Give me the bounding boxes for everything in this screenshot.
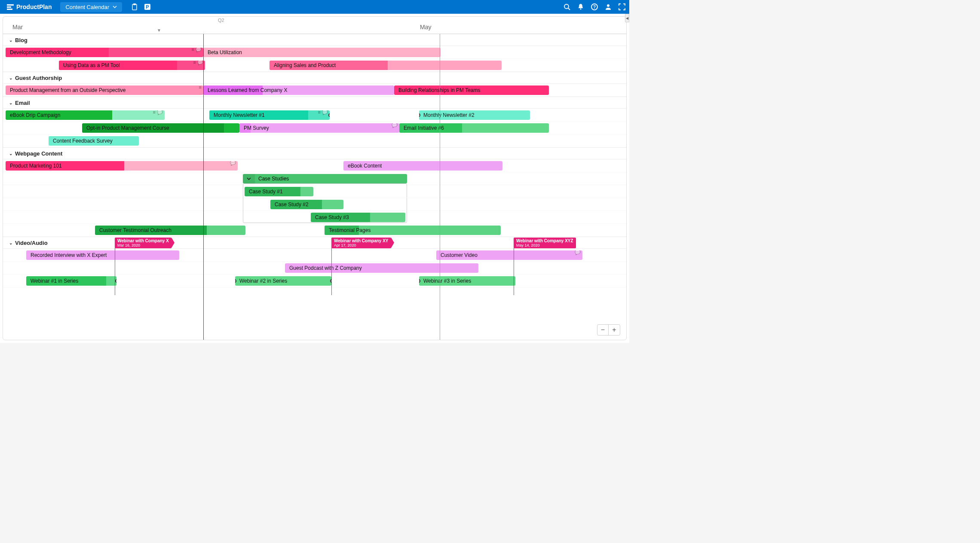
svg-line-8 xyxy=(568,8,570,10)
lane-row: Development Methodology≡ 💬Beta Utilizati… xyxy=(3,46,626,59)
toolbar-right: ? xyxy=(563,3,626,11)
sub-milestone[interactable]: Webinar with Company XMar 16, 2020 xyxy=(115,238,172,248)
link-dot-icon[interactable] xyxy=(419,113,420,117)
svg-text:P: P xyxy=(146,4,149,9)
bar-align-sales[interactable]: Aligning Sales and Product xyxy=(270,61,502,70)
bar-indicator-icons: ≡ 💬 xyxy=(153,110,163,115)
lane-row: Case Study #2 xyxy=(3,198,626,211)
bar-optin-pm[interactable]: Opt-in Product Management Course xyxy=(82,123,239,133)
svg-rect-1 xyxy=(7,6,11,8)
bar-web3[interactable]: Webinar #3 in Series xyxy=(419,276,515,286)
lane-header[interactable]: ⌄Webpage Content xyxy=(3,147,626,159)
bar-beta-util[interactable]: Beta Utilization xyxy=(203,48,441,57)
plan-selector[interactable]: Content Calendar xyxy=(60,2,122,12)
bar-ebook-content[interactable]: eBook Content xyxy=(343,161,502,171)
collapse-icon[interactable] xyxy=(243,174,255,183)
link-dot-icon[interactable] xyxy=(419,279,420,283)
bar-indicator-icons: 💬 xyxy=(392,123,398,128)
bar-label: Webinar #1 in Series xyxy=(31,278,78,284)
lane-row: Case Studies xyxy=(3,172,626,185)
lane-row: Opt-in Product Management CoursePM Surve… xyxy=(3,122,626,134)
chevron-down-icon[interactable]: ▼ xyxy=(157,28,161,33)
link-dot-icon[interactable] xyxy=(115,279,116,283)
bar-web1[interactable]: Webinar #1 in Series xyxy=(26,276,116,286)
bar-test-pages[interactable]: Testimonial Pages xyxy=(325,226,501,235)
bar-dev-method[interactable]: Development Methodology≡ 💬 xyxy=(6,48,203,57)
lane-row: Using Data as a PM Tool≡ 💬Aligning Sales… xyxy=(3,59,626,72)
bar-cs2[interactable]: Case Study #2 xyxy=(270,200,343,209)
zoom-out-button[interactable]: − xyxy=(597,325,609,335)
bar-build-rel[interactable]: Building Relationships in PM Teams xyxy=(394,85,549,95)
bar-web2[interactable]: Webinar #2 in Series xyxy=(235,276,331,286)
lane-row: Guest Podcast with Z Company xyxy=(3,262,626,275)
bar-pm101[interactable]: Product Marketing 101💬 xyxy=(6,161,238,171)
svg-rect-0 xyxy=(7,4,14,6)
bar-news1[interactable]: Monthly Newsletter #1≡ 💬 xyxy=(209,110,330,120)
lane-title: Webpage Content xyxy=(15,150,62,157)
link-dot-icon[interactable] xyxy=(235,279,236,283)
sub-milestone[interactable]: Webinar with Company XYZMay 14, 2020 xyxy=(514,238,576,248)
lane-row: eBook Drip Campaign≡ 💬Monthly Newsletter… xyxy=(3,109,626,122)
lane-header[interactable]: ⌄Guest Authorship xyxy=(3,72,626,84)
bar-label: Email Initiative #6 xyxy=(404,125,444,131)
bar-cs3[interactable]: Case Study #3 xyxy=(311,213,405,222)
bar-ebook-drip[interactable]: eBook Drip Campaign≡ 💬 xyxy=(6,110,165,120)
bar-indicator-icons: 💬 xyxy=(575,250,581,255)
bar-label: Development Methodology xyxy=(10,49,71,55)
bar-label: Product Management from an Outside Persp… xyxy=(10,87,126,93)
bar-guest-pod[interactable]: Guest Podcast with Z Company xyxy=(285,263,478,273)
quarter-label: Q2 xyxy=(218,18,224,23)
bar-cs1[interactable]: Case Study #1 xyxy=(245,187,313,196)
bar-pm-survey[interactable]: PM Survey💬 xyxy=(239,123,399,133)
user-icon[interactable] xyxy=(604,3,612,11)
caret-down-icon: ⌄ xyxy=(9,241,12,245)
bar-indicator-icons: ≡ 💬 xyxy=(192,48,202,52)
chevron-down-icon xyxy=(113,5,117,9)
bar-news2[interactable]: Monthly Newsletter #2 xyxy=(419,110,530,120)
caret-down-icon: ⌄ xyxy=(9,151,12,156)
lane-row: Product Management from an Outside Persp… xyxy=(3,84,626,97)
bar-lessons-x[interactable]: Lessons Learned from Company X xyxy=(203,85,394,95)
link-dot-icon[interactable] xyxy=(328,113,330,117)
bar-label: PM Survey xyxy=(244,125,269,131)
caret-down-icon: ⌄ xyxy=(9,101,12,105)
parking-icon[interactable]: P xyxy=(144,3,151,11)
bar-label: Using Data as a PM Tool xyxy=(63,62,120,68)
bar-pm-outside[interactable]: Product Management from an Outside Persp… xyxy=(6,85,203,95)
lane-title: Video/Audio xyxy=(15,240,48,246)
bar-label: eBook Content xyxy=(348,163,382,169)
lane-header[interactable]: ⌄Blog xyxy=(3,34,626,46)
bell-icon[interactable] xyxy=(577,3,585,11)
help-icon[interactable]: ? xyxy=(591,3,598,11)
sub-milestone-title: Webinar with Company XYZ xyxy=(516,238,573,243)
bar-label: Aligning Sales and Product xyxy=(274,62,336,68)
app-logo[interactable]: ProductPlan xyxy=(3,3,55,10)
app-name: ProductPlan xyxy=(16,3,52,10)
clipboard-icon[interactable] xyxy=(131,3,138,11)
bar-label: Guest Podcast with Z Company xyxy=(289,265,362,271)
bar-indicator-icons: 💬 xyxy=(230,161,236,166)
lane-header[interactable]: ⌄Email xyxy=(3,97,626,109)
fullscreen-icon[interactable] xyxy=(618,3,626,11)
lanes-container: Website RedesignMar 29, 2020.milestone-t… xyxy=(3,34,626,340)
bar-email-init6[interactable]: Email Initiative #6 xyxy=(399,123,549,133)
search-icon[interactable] xyxy=(563,3,571,11)
lane-title: Email xyxy=(15,100,30,106)
month-label-may: May xyxy=(420,24,431,31)
bar-data-pm[interactable]: Using Data as a PM Tool≡ 💬 xyxy=(59,61,205,70)
bar-content-fb[interactable]: Content Feedback Survey xyxy=(49,136,139,146)
bar-indicator-icons: ≡ 💬 xyxy=(318,110,328,115)
sidebar-toggle[interactable]: ◀ xyxy=(625,14,629,22)
bar-label: Case Study #3 xyxy=(315,214,349,220)
bar-cust-test[interactable]: Customer Testimonial Outreach xyxy=(95,226,245,235)
bar-label: Customer Video xyxy=(441,252,478,258)
bar-rec-int[interactable]: Recorded Interview with X Expert xyxy=(26,250,179,260)
lane-row: Webinar #1 in SeriesWebinar #2 in Series… xyxy=(3,275,626,287)
zoom-in-button[interactable]: + xyxy=(609,325,620,335)
sub-milestone[interactable]: Webinar with Company XYApr 17, 2020 xyxy=(331,238,391,248)
bar-label: Webinar #2 in Series xyxy=(239,278,287,284)
sub-milestone-date: Apr 17, 2020 xyxy=(334,243,389,247)
container-bar-case-studies[interactable]: Case Studies xyxy=(243,174,407,183)
bar-cust-vid[interactable]: Customer Video💬 xyxy=(436,250,582,260)
lane-row: Recorded Interview with X ExpertCustomer… xyxy=(3,249,626,262)
